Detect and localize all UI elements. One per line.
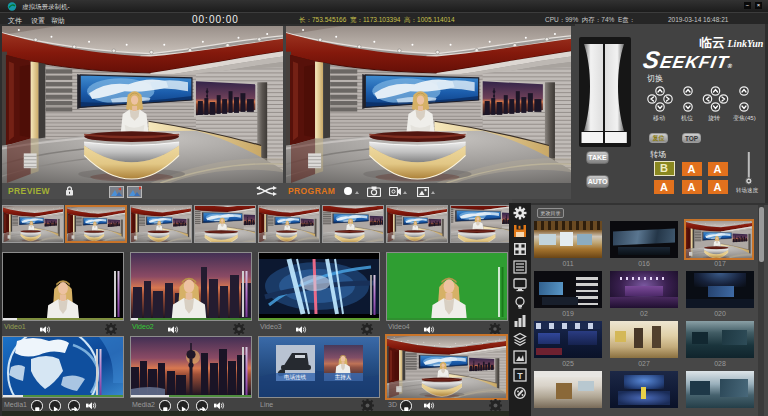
svg-text:电话连线: 电话连线 (284, 374, 307, 381)
svg-text:主持人: 主持人 (335, 374, 352, 381)
svg-text:T: T (517, 371, 523, 381)
